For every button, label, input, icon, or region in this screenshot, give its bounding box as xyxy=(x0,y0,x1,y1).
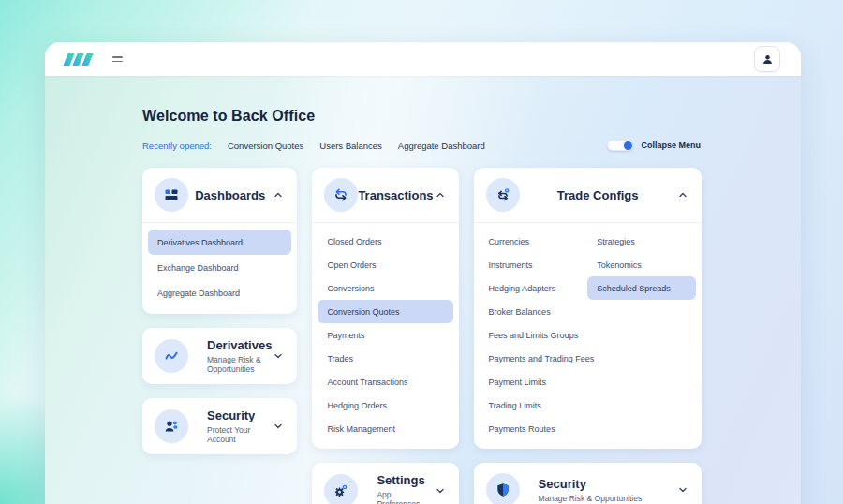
recent-link-users-balances[interactable]: Users Balances xyxy=(319,141,382,151)
brand-logo-icon xyxy=(66,53,91,66)
recent-link-conversion-quotes[interactable]: Conversion Quotes xyxy=(228,141,303,151)
list-item-exchange-dashboard[interactable]: Exchange Dashboard xyxy=(148,255,291,280)
list-item-hedging-adapters[interactable]: Hedging Adapters xyxy=(480,276,588,300)
recent-link-aggregate-dashboard[interactable]: Aggregate Dashboard xyxy=(398,141,485,151)
line-chart-icon xyxy=(155,339,188,373)
chevron-up-icon[interactable] xyxy=(272,188,285,201)
list-item-payment-limits[interactable]: Payment Limits xyxy=(480,370,588,393)
card-subtitle: Manage Risk & Opportunities xyxy=(539,494,676,503)
users-icon xyxy=(155,409,188,443)
chevron-down-icon[interactable] xyxy=(272,420,285,433)
list-item-closed-orders[interactable]: Closed Orders xyxy=(318,230,452,253)
recently-opened-row: Recently opened: Conversion Quotes Users… xyxy=(142,140,701,151)
card-title: Derivatives xyxy=(207,338,272,352)
list-item-tokenomics[interactable]: Tokenomics xyxy=(587,253,696,276)
list-item-payments-and-trading-fees[interactable]: Payments and Trading Fees xyxy=(480,347,588,370)
list-item-instruments[interactable]: Instruments xyxy=(480,253,588,276)
chevron-up-icon[interactable] xyxy=(676,188,689,201)
card-title: Security xyxy=(207,408,272,422)
collapse-menu-label: Collapse Menu xyxy=(641,141,701,150)
chevron-up-icon[interactable] xyxy=(434,188,447,201)
card-security-risk: Security Manage Risk & Opportunities xyxy=(474,463,702,504)
trade-configs-list: Currencies Instruments Hedging Adapters … xyxy=(474,222,702,449)
list-item-aggregate-dashboard[interactable]: Aggregate Dashboard xyxy=(148,280,291,305)
list-item-currencies[interactable]: Currencies xyxy=(480,230,588,253)
chevron-down-icon[interactable] xyxy=(272,349,285,363)
list-item-derivatives-dashboard[interactable]: Derivatives Dashboard xyxy=(148,230,291,255)
chevron-down-icon[interactable] xyxy=(434,484,447,497)
card-security: Security Protect Your Account xyxy=(142,398,297,454)
card-subtitle: App Preferences xyxy=(377,490,433,504)
list-item-payments[interactable]: Payments xyxy=(318,323,452,347)
user-avatar-button[interactable] xyxy=(754,46,780,72)
card-transactions: Transactions Closed Orders Open Orders C… xyxy=(312,168,458,449)
recently-opened-label: Recently opened: xyxy=(142,141,212,151)
dashboards-list: Derivatives Dashboard Exchange Dashboard… xyxy=(142,222,297,314)
list-item-payments-routes[interactable]: Payments Routes xyxy=(480,417,588,440)
card-settings: Settings App Preferences xyxy=(312,463,458,504)
card-derivatives-header[interactable]: Derivatives Manage Risk & Opportunities xyxy=(142,328,297,384)
card-subtitle: Manage Risk & Opportunities xyxy=(207,355,272,374)
routing-gear-icon xyxy=(486,178,520,212)
card-title: Security xyxy=(539,477,676,491)
gear-icon xyxy=(324,474,358,504)
list-item-account-transactions[interactable]: Account Transactions xyxy=(318,370,452,393)
card-trade-configs: Trade Configs Currencies Instruments Hed… xyxy=(474,168,702,449)
card-dashboards-header[interactable]: Dashboards xyxy=(142,168,297,222)
card-title: Settings xyxy=(377,473,433,487)
list-item-trades[interactable]: Trades xyxy=(318,347,452,370)
card-title: Transactions xyxy=(358,188,433,202)
toggle-knob xyxy=(624,141,632,150)
main-content: Welcome to Back Office Recently opened: … xyxy=(45,76,801,504)
card-security-risk-header[interactable]: Security Manage Risk & Opportunities xyxy=(474,463,702,504)
dashboard-grid-icon xyxy=(155,178,188,212)
list-item-trading-limits[interactable]: Trading Limits xyxy=(480,393,588,417)
transactions-list: Closed Orders Open Orders Conversions Co… xyxy=(312,222,458,449)
list-item-conversion-quotes[interactable]: Conversion Quotes xyxy=(318,300,452,323)
card-settings-header[interactable]: Settings App Preferences xyxy=(312,463,458,504)
card-security-header[interactable]: Security Protect Your Account xyxy=(142,398,297,454)
cards-grid: Dashboards Derivatives Dashboard Exchang… xyxy=(142,168,701,504)
app-window: Welcome to Back Office Recently opened: … xyxy=(45,42,801,504)
card-trade-configs-header[interactable]: Trade Configs xyxy=(474,168,702,222)
top-bar xyxy=(45,42,801,76)
list-item-scheduled-spreads[interactable]: Scheduled Spreads xyxy=(587,276,696,300)
collapse-menu-toggle[interactable] xyxy=(607,140,633,151)
list-item-strategies[interactable]: Strategies xyxy=(587,230,696,253)
list-item-broker-balances[interactable]: Broker Balances xyxy=(480,300,588,323)
hamburger-menu-icon[interactable] xyxy=(110,53,126,65)
list-item-fees-and-limits-groups[interactable]: Fees and Limits Groups xyxy=(480,323,588,347)
page-title: Welcome to Back Office xyxy=(142,108,701,125)
card-transactions-header[interactable]: Transactions xyxy=(312,168,458,222)
list-item-conversions[interactable]: Conversions xyxy=(318,276,452,300)
list-item-hedging-orders[interactable]: Hedging Orders xyxy=(318,393,452,417)
swap-arrows-icon xyxy=(324,178,358,212)
card-subtitle: Protect Your Account xyxy=(207,425,272,444)
chevron-down-icon[interactable] xyxy=(676,483,689,497)
card-title: Trade Configs xyxy=(520,188,676,202)
card-derivatives: Derivatives Manage Risk & Opportunities xyxy=(142,328,297,384)
list-item-risk-management[interactable]: Risk Management xyxy=(318,417,452,440)
card-dashboards: Dashboards Derivatives Dashboard Exchang… xyxy=(142,168,297,314)
card-title: Dashboards xyxy=(188,188,272,202)
list-item-open-orders[interactable]: Open Orders xyxy=(318,253,452,276)
user-avatar-icon xyxy=(762,53,774,66)
shield-icon xyxy=(486,473,520,504)
